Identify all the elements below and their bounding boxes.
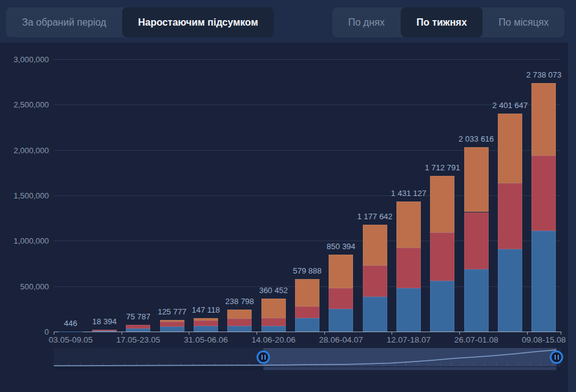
pause-icon <box>261 355 263 360</box>
mode-group-btn-0[interactable]: За обраний період <box>6 7 122 37</box>
navigator-curve <box>0 43 568 392</box>
interval-group-btn-0[interactable]: По днях <box>332 7 401 37</box>
pause-icon <box>555 355 556 360</box>
navigator-handle-right[interactable] <box>550 350 563 364</box>
interval-toggle-group: По дняхПо тижняхПо місяцях <box>332 7 564 37</box>
scrollbar-thumb[interactable] <box>263 367 556 370</box>
interval-group-btn-2[interactable]: По місяцях <box>483 7 564 37</box>
vaccination-dashboard: За обраний періодНаростаючим підсумком П… <box>0 0 576 392</box>
pause-icon <box>264 355 266 360</box>
interval-group-btn-1[interactable]: По тижнях <box>401 7 483 37</box>
mode-toggle-group: За обраний періодНаростаючим підсумком <box>6 7 274 37</box>
mode-group-btn-1[interactable]: Наростаючим підсумком <box>122 7 274 37</box>
navigator-handle-left[interactable] <box>257 350 270 364</box>
chart-panel: 3,000,0002,500,0002,000,0001,500,0001,00… <box>0 43 568 392</box>
pause-icon <box>558 355 559 360</box>
